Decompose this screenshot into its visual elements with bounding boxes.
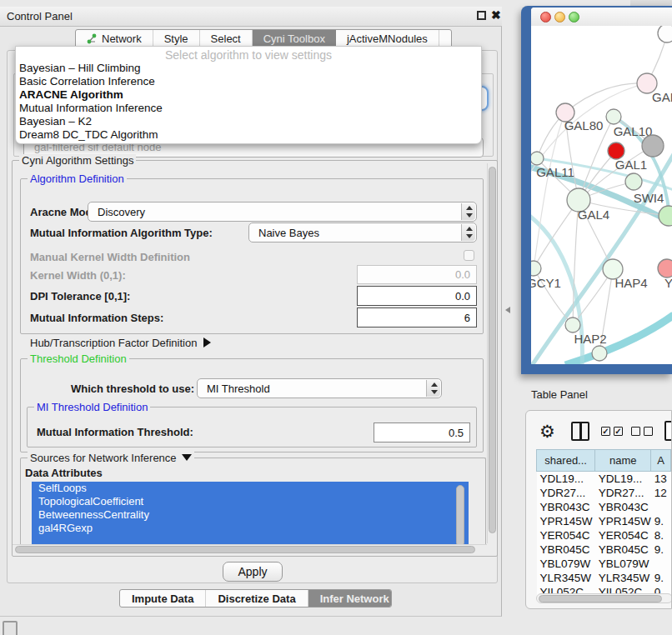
table-cell[interactable]: YDL19...	[537, 472, 595, 486]
table-cell[interactable]: 9.	[651, 514, 671, 528]
network-node[interactable]	[608, 142, 624, 159]
table-cell[interactable]: 9.	[651, 571, 671, 585]
table-column-header[interactable]: A	[651, 450, 671, 472]
dropdown-item-selected[interactable]: ARACNE Algorithm	[16, 88, 481, 102]
aracne-mode-combobox[interactable]: Discovery	[88, 202, 477, 222]
table-row[interactable]: YDR27...YDR27...12	[537, 486, 671, 500]
manual-kernel-checkbox[interactable]	[464, 250, 474, 261]
table-header-row[interactable]: shared...nameA	[537, 450, 671, 472]
table-cell[interactable]: YBL079W	[595, 557, 651, 571]
minimize-window-icon[interactable]	[554, 12, 565, 22]
table-cell[interactable]: 8.	[651, 528, 671, 542]
table-cell[interactable]: YDR27...	[595, 486, 651, 500]
network-edge[interactable]	[565, 83, 647, 112]
table-cell[interactable]: YBL079W	[537, 557, 595, 571]
attribute-item[interactable]: SelfLoops	[32, 482, 469, 495]
table-cell[interactable]: YLR345W	[537, 571, 595, 585]
table-row[interactable]: YPR145WYPR145W9.	[537, 514, 671, 528]
table-row[interactable]: YER054CYER054C8.	[537, 528, 671, 542]
table-cell[interactable]: YBR043C	[537, 500, 595, 514]
checked-checkbox-icon[interactable]: ✓	[614, 427, 623, 436]
dropdown-item[interactable]: Bayesian – Hill Climbing	[16, 62, 481, 75]
columns-icon[interactable]	[571, 422, 589, 441]
network-edge[interactable]	[534, 200, 579, 268]
floating-mini-window[interactable]	[3, 621, 18, 635]
table-cell[interactable]: 13	[651, 472, 671, 486]
network-node[interactable]	[658, 26, 672, 42]
table-cell[interactable]: YBR045C	[537, 542, 595, 557]
sources-group-title[interactable]: Sources for Network Inference	[28, 452, 194, 464]
float-window-button[interactable]	[477, 11, 486, 20]
gear-icon[interactable]: ⚙	[539, 422, 555, 440]
table-row[interactable]: YBR045CYBR045C9.	[537, 542, 671, 557]
attributes-list-scrollbar[interactable]	[456, 485, 464, 547]
unchecked-checkbox-icon[interactable]	[631, 427, 640, 436]
table-cell[interactable]: YPR145W	[537, 514, 595, 528]
mi-steps-input[interactable]: 6	[357, 308, 477, 328]
table-cell[interactable]: YBR043C	[595, 500, 651, 514]
mi-type-combobox[interactable]: Naive Bayes	[248, 222, 477, 242]
network-node[interactable]	[565, 318, 580, 332]
table-cell[interactable]: YDR27...	[537, 486, 595, 500]
table-hscroll-thumb[interactable]	[539, 595, 662, 602]
table-column-header[interactable]: name	[595, 450, 651, 472]
network-node[interactable]	[658, 259, 672, 278]
tab-network[interactable]: Network	[76, 30, 153, 48]
table-column-header[interactable]: shared...	[537, 450, 595, 472]
table-horizontal-scrollbar[interactable]	[536, 593, 672, 603]
table-cell[interactable]	[651, 557, 671, 571]
dpi-tolerance-input[interactable]: 0.0	[357, 286, 477, 306]
tab-impute-data[interactable]: Impute Data	[120, 590, 206, 607]
network-node[interactable]	[642, 135, 664, 157]
table-row[interactable]: YBL079WYBL079W	[537, 557, 671, 571]
table-cell[interactable]: 12	[651, 486, 671, 500]
tab-select[interactable]: Select	[200, 30, 253, 48]
network-node[interactable]	[592, 346, 607, 361]
apply-button[interactable]: Apply	[223, 562, 283, 582]
table-row[interactable]: YBR043CYBR043C	[537, 500, 671, 514]
network-node[interactable]	[531, 152, 544, 165]
mi-threshold-input[interactable]: 0.5	[374, 422, 470, 442]
table-row[interactable]: YLR345WYLR345W9.	[537, 571, 671, 585]
table-cell[interactable]: YDL19...	[595, 472, 651, 486]
close-window-icon[interactable]	[540, 12, 551, 22]
settings-horizontal-scrollbar[interactable]	[13, 544, 487, 554]
table-cell[interactable]: YER054C	[595, 528, 651, 542]
node-table[interactable]: shared...nameA YDL19...YDL19...13YDR27..…	[536, 449, 671, 599]
network-node[interactable]	[606, 109, 621, 124]
checked-checkbox-icon[interactable]: ✓	[601, 427, 610, 436]
table-cell[interactable]: YBR045C	[595, 542, 651, 557]
hub-definition-toggle[interactable]: Hub/Transcription Factor Definition	[30, 337, 211, 349]
table-cell[interactable]: YER054C	[537, 528, 595, 542]
tab-discretize-data[interactable]: Discretize Data	[206, 590, 308, 607]
kernel-width-input[interactable]: 0.0	[357, 265, 477, 284]
dropdown-item[interactable]: Bayesian – K2	[16, 115, 481, 128]
which-threshold-combobox[interactable]: MI Threshold	[197, 378, 442, 398]
network-node[interactable]	[531, 261, 541, 276]
attribute-item[interactable]: TopologicalCoefficient	[32, 495, 469, 508]
network-node[interactable]	[625, 173, 642, 190]
stepper-icon[interactable]	[426, 380, 440, 397]
zoom-window-icon[interactable]	[569, 12, 579, 22]
unchecked-checkbox-icon[interactable]	[644, 427, 653, 436]
dropdown-item[interactable]: Dream8 DC_TDC Algorithm	[16, 128, 481, 142]
stepper-icon[interactable]	[461, 203, 475, 220]
table-cell[interactable]: YPR145W	[595, 514, 651, 528]
network-canvas[interactable]: GALGAL80GAL10GAL1GAL11SWI4GAL4GCY1HAP4YH…	[531, 26, 672, 364]
tab-infer-network[interactable]: Infer Network	[308, 590, 392, 607]
stepper-icon[interactable]	[461, 224, 475, 241]
tab-cyni-toolbox[interactable]: Cyni Toolbox	[253, 30, 336, 48]
splitter-collapse-arrow[interactable]	[505, 307, 510, 313]
dropdown-item[interactable]: Basic Correlation Inference	[16, 75, 481, 88]
data-attributes-list[interactable]: SelfLoops TopologicalCoefficient Between…	[32, 482, 469, 550]
settings-hscroll-thumb[interactable]	[15, 546, 475, 553]
settings-vscroll-thumb[interactable]	[489, 167, 496, 533]
table-row[interactable]: YDL19...YDL19...13	[537, 472, 671, 486]
close-panel-button[interactable]: ✖	[491, 8, 501, 22]
document-icon[interactable]	[664, 421, 672, 441]
network-node[interactable]	[659, 206, 672, 226]
settings-vertical-scrollbar[interactable]	[487, 163, 497, 543]
network-edge[interactable]	[534, 112, 565, 268]
dropdown-item[interactable]: Mutual Information Inference	[16, 102, 481, 115]
table-cell[interactable]	[651, 500, 671, 514]
